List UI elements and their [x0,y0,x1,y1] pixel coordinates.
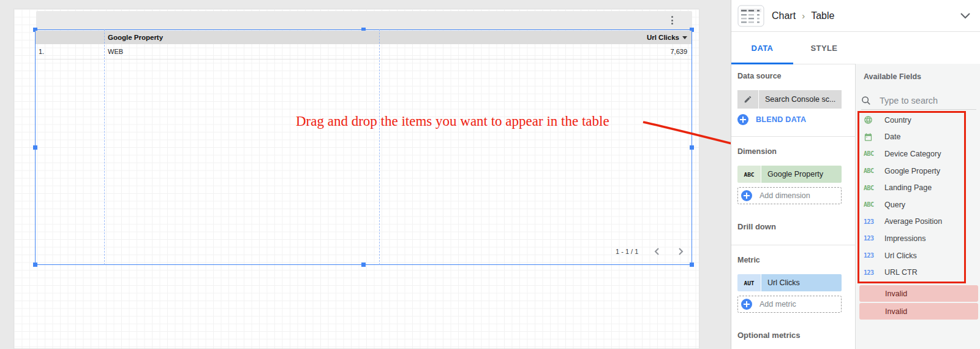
field-item[interactable]: ABC Query [855,196,980,213]
abc-type-icon: ABC [864,150,884,157]
data-source-name: Search Console sc... [759,90,842,109]
data-source-chip[interactable]: Search Console sc... [737,90,842,109]
chip-field-name: Url Clicks [761,274,842,291]
row-metric-value: 7,639 [670,48,687,55]
selection-handle[interactable] [690,145,694,150]
field-item[interactable]: Date [855,129,980,146]
chevron-right-icon[interactable] [676,247,685,256]
chart-hover-toolbar [36,11,692,29]
123-type-icon: 123 [864,252,884,259]
field-search [861,92,976,110]
blend-data-button[interactable]: BLEND DATA [737,114,806,125]
chevron-down-icon[interactable] [960,12,971,19]
add-metric-button[interactable]: Add metric [737,296,842,313]
section-divider [731,245,855,245]
sort-desc-icon [682,36,687,39]
chevron-left-icon[interactable] [653,247,662,256]
chip-type-badge: ABC [737,166,761,183]
tab-style[interactable]: STYLE [793,32,855,64]
blend-data-label: BLEND DATA [756,115,806,124]
breadcrumb-separator-icon: › [802,10,805,21]
table-header-row: Google Property Url Clicks [36,31,692,44]
field-item[interactable]: Country [855,112,980,129]
selection-handle[interactable] [690,263,694,267]
abc-type-icon: ABC [864,201,884,208]
pagination-label: 1 - 1 / 1 [616,248,638,255]
field-item[interactable]: ABC Landing Page [855,179,980,196]
selection-handle[interactable] [361,263,366,267]
metric-chip[interactable]: AUT Url Clicks [737,274,842,291]
plus-icon [737,114,748,125]
pencil-icon[interactable] [737,90,758,109]
globe-icon [864,115,884,125]
chip-type-badge: AUT [737,274,761,291]
selection-handle[interactable] [33,263,37,267]
field-item[interactable]: ABC Device Category [855,145,980,163]
kebab-menu-icon[interactable] [668,15,676,26]
field-search-input[interactable] [878,95,967,106]
calendar-icon [864,132,884,142]
field-item[interactable]: ABC Google Property [855,163,980,180]
field-item[interactable]: 123 Url Clicks [855,247,980,264]
invalid-field-item[interactable]: Invalid [859,303,978,320]
dimension-label: Dimension [737,147,777,156]
row-dimension-value: WEB [108,48,123,55]
table-chart-icon [737,5,764,27]
add-metric-label: Add metric [760,300,796,309]
invalid-field-item[interactable]: Invalid [859,285,978,302]
breadcrumb-current: Table [811,10,834,21]
add-dimension-button[interactable]: Add dimension [737,187,842,204]
chip-field-name: Google Property [761,166,842,183]
selection-handle[interactable] [33,145,37,150]
abc-type-icon: ABC [864,167,884,174]
dimension-chip[interactable]: ABC Google Property [737,166,842,183]
drill-down-label: Drill down [737,222,776,231]
plus-icon [741,299,752,310]
optional-metrics-label: Optional metrics [737,331,801,340]
table-pagination: 1 - 1 / 1 [616,246,685,257]
available-fields-title: Available Fields [864,72,921,81]
add-dimension-label: Add dimension [760,191,810,200]
breadcrumb-parent: Chart [772,10,796,21]
abc-type-icon: ABC [864,185,884,191]
metric-label: Metric [737,256,760,264]
table-header-dimension[interactable]: Google Property [108,34,163,41]
field-item[interactable]: 123 URL CTR [855,264,980,281]
tab-data[interactable]: DATA [731,32,793,64]
field-list: Country Date ABC Device Category ABC Goo… [855,112,980,281]
chart-selection-outline [35,29,692,265]
panel-tabs: DATA STYLE [731,32,855,64]
row-index: 1. [39,48,108,55]
search-icon [861,96,871,105]
table-header-metric[interactable]: Url Clicks [647,34,687,41]
chart-type-header[interactable]: Chart › Table [731,0,980,32]
column-guide [104,29,105,265]
column-guide [379,29,380,265]
123-type-icon: 123 [864,218,884,225]
data-source-label: Data source [737,72,782,80]
plus-icon [741,190,752,201]
123-type-icon: 123 [864,235,884,242]
field-item[interactable]: 123 Impressions [855,230,980,247]
section-divider [731,136,855,137]
annotation-text: Drag and drop the items you want to appe… [296,113,609,129]
table-row: 1. WEB 7,639 [36,44,692,59]
123-type-icon: 123 [864,269,884,276]
field-item[interactable]: 123 Average Position [855,213,980,231]
